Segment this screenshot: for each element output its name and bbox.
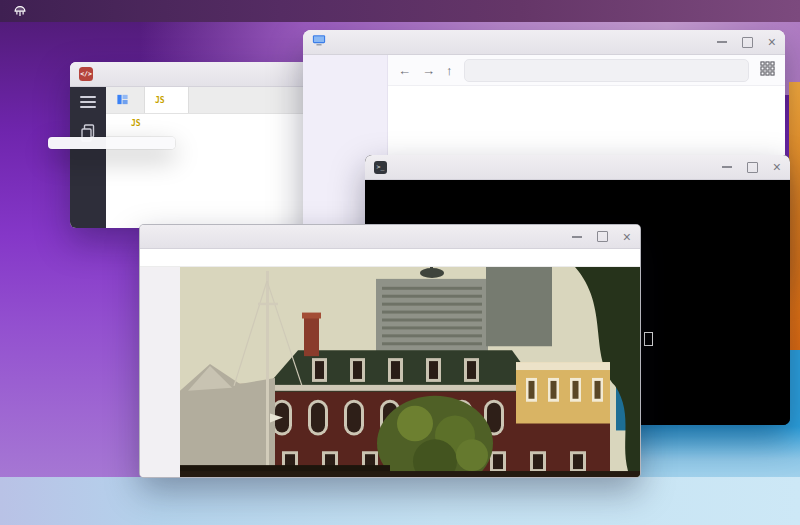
desktop-icon [312, 33, 326, 51]
back-icon[interactable]: ← [398, 64, 411, 77]
close-button[interactable]: × [768, 37, 776, 47]
paint-menubar [140, 249, 640, 267]
close-button[interactable]: × [773, 162, 781, 172]
code-app-icon: </> [79, 67, 93, 81]
desktop: </> [0, 0, 800, 525]
minimize-button[interactable] [722, 166, 732, 168]
tab-welcome[interactable] [106, 87, 145, 113]
terminal-titlebar[interactable]: >_ × [365, 155, 790, 180]
files-titlebar[interactable]: × [303, 30, 785, 55]
up-icon[interactable]: ↑ [446, 64, 453, 77]
path-breadcrumb[interactable] [464, 59, 750, 82]
minimize-button[interactable] [717, 41, 727, 43]
files-toolbar: ← → ↑ [388, 55, 785, 86]
close-button[interactable]: × [623, 232, 631, 242]
minimize-button[interactable] [572, 236, 582, 238]
code-activity-bar [70, 87, 106, 228]
maximize-button[interactable] [747, 162, 758, 173]
js-file-icon: JS [131, 119, 141, 128]
photo-vancouver [180, 267, 640, 477]
maximize-button[interactable] [742, 37, 753, 48]
welcome-tab-icon [116, 93, 129, 108]
puter-logo[interactable] [12, 3, 28, 19]
taskbar [0, 490, 800, 525]
menu-icon[interactable] [80, 96, 96, 108]
top-bar [0, 0, 800, 22]
paint-titlebar[interactable]: × [140, 225, 640, 249]
tool-palette [140, 267, 181, 477]
forward-icon[interactable]: → [422, 64, 435, 77]
tab-pathjs[interactable]: JS [145, 87, 189, 113]
paint-window: × [140, 225, 640, 477]
context-menu [48, 137, 175, 149]
terminal-cursor [644, 332, 653, 346]
js-file-icon: JS [155, 96, 165, 105]
maximize-button[interactable] [597, 231, 608, 242]
terminal-icon: >_ [374, 161, 387, 174]
grid-view-icon[interactable] [760, 61, 775, 80]
